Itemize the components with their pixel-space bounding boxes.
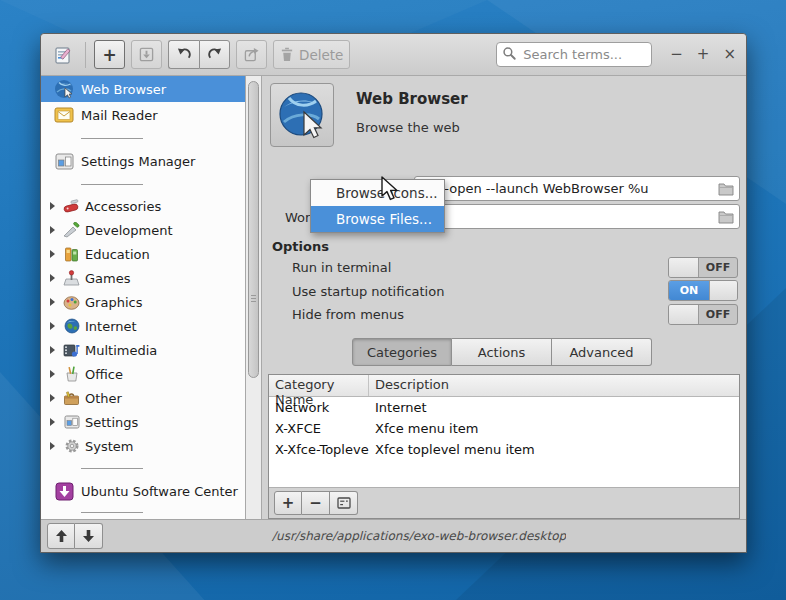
maximize-button[interactable]: + bbox=[697, 47, 710, 62]
options-heading: Options bbox=[272, 239, 329, 254]
sidebar-item-other[interactable]: Other bbox=[41, 386, 245, 410]
sidebar-item-development[interactable]: Development bbox=[41, 218, 245, 242]
sidebar-item-mail-reader[interactable]: Mail Reader bbox=[41, 102, 245, 128]
toolbar: + bbox=[41, 34, 746, 76]
mail-reader-icon bbox=[54, 105, 74, 125]
menu-item-browse-files[interactable]: Browse Files... bbox=[311, 206, 444, 232]
remove-category-button[interactable]: − bbox=[302, 491, 330, 515]
move-down-button[interactable] bbox=[75, 523, 103, 549]
sidebar-item-education[interactable]: Education bbox=[41, 242, 245, 266]
toggle-knob bbox=[669, 305, 699, 324]
table-row[interactable]: X-XFCE Xfce menu item bbox=[269, 418, 739, 439]
office-icon bbox=[63, 366, 80, 383]
sidebar-separator bbox=[41, 174, 245, 194]
launcher-title: Web Browser bbox=[356, 90, 468, 108]
execute-launcher-button[interactable] bbox=[236, 40, 267, 69]
clear-categories-button[interactable] bbox=[330, 491, 358, 515]
working-directory-input[interactable] bbox=[415, 205, 739, 228]
sidebar-item-label: Education bbox=[85, 247, 150, 262]
sidebar-item-office[interactable]: Office bbox=[41, 362, 245, 386]
sidebar-item-system[interactable]: System bbox=[41, 434, 245, 458]
save-launcher-button[interactable] bbox=[131, 40, 162, 69]
expander-icon[interactable] bbox=[50, 394, 55, 402]
tab-actions[interactable]: Actions bbox=[452, 338, 552, 366]
sidebar-item-label: Web Browser bbox=[81, 82, 166, 97]
app-icon bbox=[51, 42, 77, 68]
redo-button[interactable] bbox=[199, 40, 230, 69]
launcher-editor-panel: Web Browser Browse the web Working Direc… bbox=[262, 76, 746, 519]
command-field bbox=[414, 176, 740, 201]
run-in-terminal-toggle[interactable]: OFF bbox=[668, 257, 738, 278]
expander-icon[interactable] bbox=[50, 418, 55, 426]
save-icon bbox=[139, 47, 154, 62]
other-icon bbox=[63, 390, 80, 407]
sidebar-item-settings[interactable]: Settings bbox=[41, 410, 245, 434]
sidebar-item-accessories[interactable]: Accessories bbox=[41, 194, 245, 218]
expander-icon[interactable] bbox=[50, 202, 55, 210]
undo-button[interactable] bbox=[168, 40, 199, 69]
menulibre-window: + bbox=[40, 33, 747, 553]
sidebar-item-multimedia[interactable]: Multimedia bbox=[41, 338, 245, 362]
table-row[interactable]: X-Xfce-Toplevel Xfce toplevel menu item bbox=[269, 439, 739, 460]
sidebar-item-games[interactable]: Games bbox=[41, 266, 245, 290]
expander-icon[interactable] bbox=[50, 442, 55, 450]
toggle-state-label: OFF bbox=[699, 258, 737, 277]
sidebar-item-ubuntu-software-center[interactable]: Ubuntu Software Center bbox=[41, 478, 245, 504]
move-up-button[interactable] bbox=[47, 523, 75, 549]
table-header-row: Category Name Description bbox=[269, 375, 739, 397]
launcher-icon-button[interactable] bbox=[270, 83, 334, 147]
icon-context-menu: Browse Icons... Browse Files... bbox=[310, 179, 445, 233]
sidebar-item-internet[interactable]: Internet bbox=[41, 314, 245, 338]
sidebar-item-settings-manager[interactable]: Settings Manager bbox=[41, 148, 245, 174]
expander-icon[interactable] bbox=[50, 226, 55, 234]
menu-item-browse-icons[interactable]: Browse Icons... bbox=[311, 180, 444, 206]
browse-folder-icon[interactable] bbox=[718, 210, 734, 224]
hide-from-menus-toggle[interactable]: OFF bbox=[668, 304, 738, 325]
scrollbar-thumb[interactable] bbox=[248, 81, 259, 378]
category-name-cell: X-XFCE bbox=[269, 421, 369, 436]
sidebar-item-graphics[interactable]: Graphics bbox=[41, 290, 245, 314]
expander-icon[interactable] bbox=[50, 274, 55, 282]
expander-icon[interactable] bbox=[50, 346, 55, 354]
minimize-button[interactable]: − bbox=[670, 47, 683, 62]
add-category-button[interactable]: + bbox=[274, 491, 302, 515]
undo-icon bbox=[177, 47, 192, 62]
launcher-sidebar: Web Browser Mail Reader bbox=[41, 76, 246, 519]
toggle-knob bbox=[709, 281, 737, 300]
search-input[interactable] bbox=[496, 42, 652, 67]
tab-advanced[interactable]: Advanced bbox=[552, 338, 652, 366]
main-area: Web Browser Mail Reader bbox=[41, 76, 746, 519]
option-startup-notification-label: Use startup notification bbox=[292, 284, 444, 299]
categories-table: Category Name Description Network Intern… bbox=[268, 374, 740, 519]
table-row[interactable]: Network Internet bbox=[269, 397, 739, 418]
category-description-cell: Xfce menu item bbox=[369, 421, 484, 436]
table-empty-area bbox=[269, 460, 739, 487]
expander-icon[interactable] bbox=[50, 250, 55, 258]
working-directory-field bbox=[414, 204, 740, 229]
settings-icon bbox=[63, 414, 80, 431]
add-launcher-button[interactable]: + bbox=[94, 40, 125, 69]
use-startup-notification-toggle[interactable]: ON bbox=[668, 280, 738, 301]
sidebar-item-label: Settings bbox=[85, 415, 138, 430]
categories-toolbar: + − bbox=[269, 487, 739, 518]
column-header-category-name[interactable]: Category Name bbox=[269, 375, 369, 396]
expander-icon[interactable] bbox=[50, 298, 55, 306]
arrow-up-icon bbox=[55, 529, 68, 543]
delete-button[interactable]: Delete bbox=[273, 40, 350, 69]
games-icon bbox=[63, 270, 80, 287]
sidebar-item-label: Multimedia bbox=[85, 343, 157, 358]
sidebar-scrollbar[interactable] bbox=[246, 76, 262, 519]
toggle-state-label: OFF bbox=[699, 305, 737, 324]
menu-editor-icon bbox=[54, 45, 74, 65]
trash-icon bbox=[280, 47, 294, 62]
expander-icon[interactable] bbox=[50, 370, 55, 378]
close-button[interactable]: × bbox=[723, 47, 736, 62]
browse-folder-icon[interactable] bbox=[718, 182, 734, 196]
tab-categories[interactable]: Categories bbox=[352, 338, 452, 366]
command-input[interactable] bbox=[415, 177, 739, 200]
sidebar-item-web-browser[interactable]: Web Browser bbox=[41, 76, 245, 102]
sidebar-item-label: Office bbox=[85, 367, 123, 382]
sidebar-item-label: Other bbox=[85, 391, 122, 406]
column-header-description[interactable]: Description bbox=[369, 375, 455, 396]
expander-icon[interactable] bbox=[50, 322, 55, 330]
